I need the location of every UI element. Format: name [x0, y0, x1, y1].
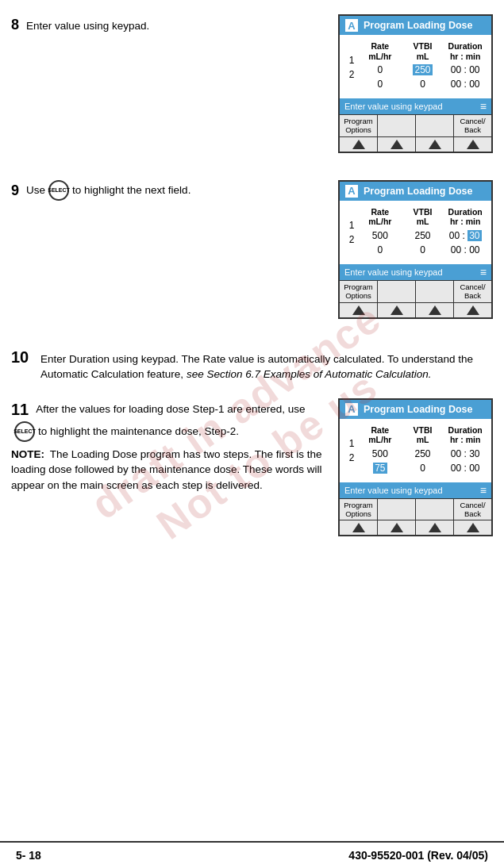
step-9-panel-letter: A	[344, 184, 359, 198]
select-icon-2: SELECT	[14, 421, 35, 442]
step-8-status: Enter value using keypad ≡	[340, 98, 491, 114]
step-9-panel-header: A Program Loading Dose	[340, 182, 491, 201]
step-8-col-duration: Durationhr : min 00 : 00 00 : 00	[444, 41, 487, 91]
step-8-arrow-1[interactable]	[340, 136, 378, 152]
step-8-arrow-2[interactable]	[378, 136, 416, 152]
up-arrow-icon	[467, 140, 479, 149]
step-11-text-area: 11 After the values for loading dose Ste…	[11, 398, 338, 494]
step-11-arrow-2[interactable]	[378, 520, 416, 535]
step-10-row: 10 Enter Duration using keypad. The Rate…	[0, 340, 504, 386]
step-11-row: 11 After the values for loading dose Ste…	[0, 392, 504, 543]
step-11-col-duration: Durationhr : min 00 : 30 00 : 00	[444, 425, 487, 475]
page: draft in advance Not to be us 8 Enter va…	[0, 0, 504, 868]
step-8-columns: R 1 2 RatemL/hr 0 0 VTBImL 250 0	[344, 41, 487, 91]
step-9-row: 9 Use SELECT to highlight the next field…	[0, 174, 504, 325]
step-8-panel-title: Program Loading Dose	[364, 20, 473, 31]
step-9-arrow-3[interactable]	[416, 302, 454, 317]
step-9-btn-cancel-back[interactable]: Cancel/Back	[454, 281, 491, 302]
step-8-row: 8 Enter value using keypad. A Program Lo…	[0, 8, 504, 159]
step-8-buttons: ProgramOptions Cancel/Back	[340, 114, 491, 136]
step-9-panel: A Program Loading Dose R 1 2 RatemL/hr 5…	[338, 180, 493, 319]
step-8-status-text: Enter value using keypad	[344, 102, 443, 111]
step-8-panel-header: A Program Loading Dose	[340, 16, 491, 35]
step-8-btn-cancel-back[interactable]: Cancel/Back	[454, 115, 491, 136]
step-9-buttons: ProgramOptions Cancel/Back	[340, 280, 491, 302]
step-9-col-vtbi: VTBImL 250 0	[402, 207, 444, 257]
step-11-panel-letter: A	[344, 402, 359, 417]
step-11-status-text: Enter value using keypad	[344, 486, 443, 495]
step-9-btn-program-options[interactable]: ProgramOptions	[340, 281, 378, 302]
step-8-arrow-4[interactable]	[454, 136, 491, 152]
step-9-row-labels: R 1 2	[344, 207, 359, 257]
step-9-arrow-1[interactable]	[340, 302, 378, 317]
step-11-note: NOTE: The Loading Dose program has two s…	[11, 447, 329, 494]
step-11-text: After the values for loading dose Step-1…	[36, 401, 305, 417]
up-arrow-icon	[391, 523, 403, 532]
step-11-columns: R 1 2 RatemL/hr 500 75 VTBImL 250 0	[344, 425, 487, 475]
up-arrow-icon	[467, 305, 479, 315]
step-11-panel-body: R 1 2 RatemL/hr 500 75 VTBImL 250 0	[340, 419, 491, 482]
step-9-arrow-4[interactable]	[454, 302, 491, 317]
step-9-arrow-2[interactable]	[378, 302, 416, 317]
step-9-text: Use	[26, 182, 45, 198]
step-11-text2: to highlight the maintenance dose, Step-…	[38, 424, 239, 440]
up-arrow-icon	[391, 140, 403, 149]
step-8-btn-cancel-label: Cancel/Back	[460, 117, 485, 135]
step-9-btn-2[interactable]	[378, 281, 416, 302]
step-9-panel-title: Program Loading Dose	[364, 186, 473, 197]
step-11-arrow-1[interactable]	[340, 520, 378, 535]
step-11-btn-2[interactable]	[378, 499, 416, 520]
step-11-status-icon: ≡	[480, 484, 487, 497]
step-9-status-text: Enter value using keypad	[344, 267, 443, 277]
step-8-status-icon: ≡	[480, 100, 487, 113]
step-11-col-rate: RatemL/hr 500 75	[359, 425, 402, 475]
step-8-text: Enter value using keypad.	[26, 18, 149, 34]
step-9-number: 9	[11, 180, 19, 201]
step-9-col-duration: Durationhr : min 00 : 30 00 : 00	[444, 207, 487, 257]
step-11-panel-header: A Program Loading Dose	[340, 400, 491, 419]
step-11-number: 11	[11, 398, 29, 421]
step-11-row-labels: R 1 2	[344, 425, 359, 475]
step-8-col-rate: RatemL/hr 0 0	[359, 41, 402, 91]
step-9-panel-body: R 1 2 RatemL/hr 500 0 VTBImL 250 0	[340, 201, 491, 264]
step-8-btn-program-options[interactable]: ProgramOptions	[340, 115, 378, 136]
step-11-btn-cancel-back[interactable]: Cancel/Back	[454, 499, 491, 520]
up-arrow-icon	[429, 523, 441, 532]
step-8-panel-letter: A	[344, 18, 359, 33]
step-8-btn-3[interactable]	[416, 115, 454, 136]
step-11-arrow-3[interactable]	[416, 520, 454, 535]
step-8-btn-program-options-label: ProgramOptions	[344, 117, 372, 135]
step-8-panel: A Program Loading Dose R 1 2 RatemL/hr 0…	[338, 14, 493, 153]
step-11-arrow-4[interactable]	[454, 520, 491, 535]
up-arrow-icon	[352, 140, 365, 149]
step-11-arrows	[340, 520, 491, 535]
step-11-status: Enter value using keypad ≡	[340, 482, 491, 498]
footer: 5- 18 430-95520-001 (Rev. 04/05)	[0, 841, 504, 868]
up-arrow-icon	[352, 305, 365, 315]
select-icon: SELECT	[48, 180, 69, 201]
step-8-row-labels: R 1 2	[344, 41, 359, 91]
up-arrow-icon	[429, 305, 441, 315]
footer-left: 5- 18	[16, 849, 41, 862]
step-8-btn-2[interactable]	[378, 115, 416, 136]
step-11-btn-3[interactable]	[416, 499, 454, 520]
step-11-btn-program-options[interactable]: ProgramOptions	[340, 499, 378, 520]
step-8-arrow-3[interactable]	[416, 136, 454, 152]
step-9-columns: R 1 2 RatemL/hr 500 0 VTBImL 250 0	[344, 207, 487, 257]
step-8-panel-body: R 1 2 RatemL/hr 0 0 VTBImL 250 0	[340, 35, 491, 98]
step-11-col-vtbi: VTBImL 250 0	[402, 425, 444, 475]
step-9-btn-3[interactable]	[416, 281, 454, 302]
footer-right: 430-95520-001 (Rev. 04/05)	[348, 849, 488, 862]
step-9-text2: to highlight the next field.	[72, 182, 190, 198]
step-8-arrows	[340, 136, 491, 152]
step-9-status: Enter value using keypad ≡	[340, 264, 491, 280]
step-11-panel: A Program Loading Dose R 1 2 RatemL/hr 5…	[338, 398, 493, 537]
step-9-arrows	[340, 302, 491, 317]
step-11-buttons: ProgramOptions Cancel/Back	[340, 498, 491, 520]
step-9-status-icon: ≡	[480, 266, 487, 278]
up-arrow-icon	[467, 523, 479, 532]
step-8-number: 8	[11, 14, 19, 35]
step-10-number: 10	[11, 346, 33, 369]
step-8-col-vtbi: VTBImL 250 0	[402, 41, 444, 91]
up-arrow-icon	[391, 305, 403, 315]
